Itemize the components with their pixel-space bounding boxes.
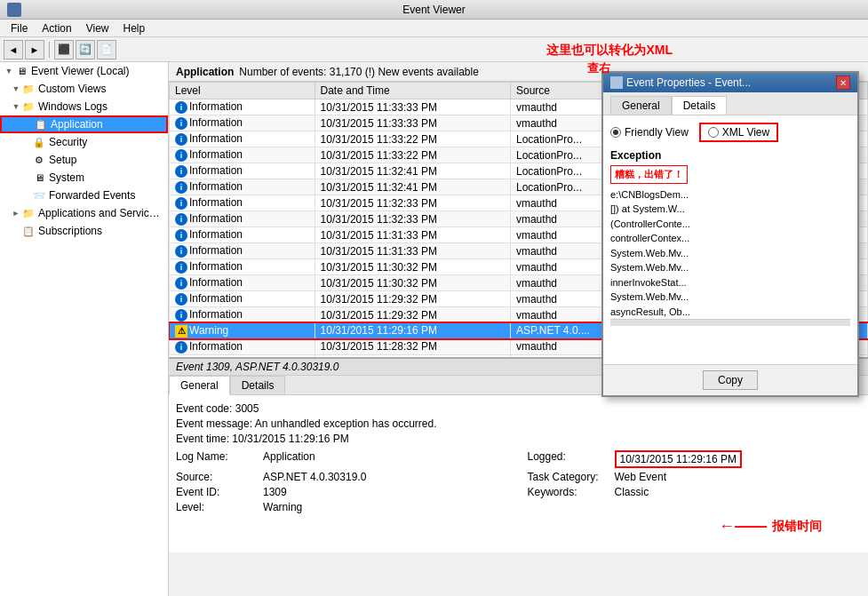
cell-level: iInformation — [170, 115, 315, 131]
exception-line-1: e:\CNBlogsDem... — [610, 187, 850, 203]
level-value: Warning — [263, 501, 302, 513]
menu-help[interactable]: Help — [116, 21, 153, 36]
toolbar-refresh[interactable]: 🔄 — [76, 40, 95, 60]
detail-event-message: Event message: An unhandled exception ha… — [176, 417, 861, 430]
menu-action[interactable]: Action — [35, 21, 78, 36]
tab-details[interactable]: Details — [230, 376, 286, 394]
xml-view-option[interactable]: XML View — [699, 123, 778, 142]
scrollbar[interactable] — [610, 319, 850, 326]
log-name-label: Log Name: — [176, 450, 256, 468]
dialog-icon — [610, 76, 623, 89]
exception-line-4: controllerContex... — [610, 231, 850, 246]
detail-content: Event code: 3005 Event message: An unhan… — [169, 395, 868, 552]
exception-line-3: (ControllerConte... — [610, 217, 850, 232]
expand-icon: ▼ — [4, 66, 14, 76]
exception-content: 糟糕，出错了！ e:\CNBlogsDem... []) at System.W… — [610, 165, 850, 319]
app-name-header: Application — [176, 66, 234, 78]
dialog-close-button[interactable]: ✕ — [836, 75, 850, 90]
cell-datetime: 10/31/2015 11:32:33 PM — [315, 195, 510, 211]
expand-icon: ▼ — [11, 83, 21, 94]
security-icon: 🔒 — [32, 135, 46, 149]
friendly-view-option[interactable]: Friendly View — [610, 126, 689, 139]
application-label: Application — [51, 118, 103, 131]
exception-line-2: []) at System.W... — [610, 202, 850, 217]
detail-grid: Log Name: Application Logged: 10/31/2015… — [176, 450, 861, 513]
sidebar-item-application[interactable]: 📋 Application — [0, 115, 168, 133]
cell-datetime: 10/31/2015 11:30:32 PM — [315, 275, 510, 291]
detail-level: Level: Warning — [176, 501, 510, 513]
friendly-view-radio[interactable] — [610, 127, 621, 138]
sidebar-item-root[interactable]: ▼ 🖥 Event Viewer (Local) — [0, 62, 168, 80]
expand-icon — [21, 155, 32, 165]
window-title: Event Viewer — [402, 4, 465, 16]
exception-error: 糟糕，出错了！ — [610, 165, 688, 184]
sidebar-item-custom-views[interactable]: ▼ 📁 Custom Views — [0, 80, 168, 98]
toolbar-back[interactable]: ◄ — [4, 40, 23, 60]
cell-level: iInformation — [170, 275, 315, 291]
cell-datetime: 10/31/2015 11:29:32 PM — [315, 307, 510, 323]
exception-line-8: System.Web.Mv... — [610, 290, 850, 305]
detail-event-id: Event ID: 1309 — [176, 486, 510, 498]
sidebar: ▼ 🖥 Event Viewer (Local) ▼ 📁 Custom View… — [0, 62, 169, 596]
sidebar-item-system[interactable]: 🖥 System — [0, 169, 168, 187]
expand-icon — [21, 172, 32, 183]
subscriptions-icon: 📋 — [21, 224, 36, 238]
tab-general[interactable]: General — [169, 376, 230, 395]
windows-logs-label: Windows Logs — [38, 100, 108, 113]
xml-view-radio[interactable] — [708, 127, 719, 138]
cell-level: iInformation — [170, 259, 315, 275]
toolbar-separator — [49, 42, 50, 58]
xml-view-label: XML View — [722, 126, 769, 139]
cell-datetime: 10/31/2015 11:32:41 PM — [315, 179, 510, 195]
cell-datetime: 10/31/2015 11:33:33 PM — [315, 99, 510, 115]
exception-line-7: innerInvokeStat... — [610, 275, 850, 290]
sidebar-item-apps-services[interactable]: ► 📁 Applications and Services Lo... — [0, 204, 168, 222]
source-label: Source: — [176, 471, 256, 483]
exception-line-6: System.Web.Mv... — [610, 260, 850, 275]
copy-button[interactable]: Copy — [703, 370, 758, 390]
event-code-text: Event code: 3005 — [176, 402, 259, 415]
forwarded-label: Forwarded Events — [49, 189, 135, 202]
log-name-value: Application — [263, 450, 315, 468]
root-label: Event Viewer (Local) — [31, 65, 130, 77]
cell-datetime: 10/31/2015 11:31:33 PM — [315, 227, 510, 243]
sidebar-item-subscriptions[interactable]: 📋 Subscriptions — [0, 222, 168, 240]
detail-logged: Logged: 10/31/2015 11:29:16 PM — [528, 450, 862, 468]
cell-datetime: 10/31/2015 11:29:16 PM — [315, 323, 510, 339]
detail-keywords: Keywords: Classic — [528, 486, 862, 498]
windows-logs-icon: 📁 — [21, 99, 36, 114]
sidebar-item-windows-logs[interactable]: ▼ 📁 Windows Logs — [0, 98, 168, 115]
toolbar-view[interactable]: 📄 — [97, 40, 116, 60]
sidebar-item-setup[interactable]: ⚙ Setup — [0, 151, 168, 169]
event-properties-dialog: Event Properties - Event... ✕ General De… — [601, 71, 859, 397]
col-datetime[interactable]: Date and Time — [315, 83, 510, 99]
dialog-title-bar: Event Properties - Event... ✕ — [603, 73, 857, 92]
apps-label: Applications and Services Lo... — [38, 207, 164, 219]
detail-event-time: Event time: 10/31/2015 11:29:16 PM — [176, 433, 861, 445]
menu-file[interactable]: File — [4, 21, 35, 36]
system-icon: 🖥 — [32, 171, 46, 185]
cell-datetime: 10/31/2015 11:30:32 PM — [315, 259, 510, 275]
toolbar-forward[interactable]: ► — [25, 40, 44, 60]
cell-level: iInformation — [170, 307, 315, 323]
root-icon: 🖥 — [14, 64, 28, 78]
setup-icon: ⚙ — [32, 153, 46, 167]
menu-view[interactable]: View — [79, 21, 116, 36]
cell-level: iInformation — [170, 131, 315, 147]
dialog-tab-general[interactable]: General — [610, 96, 672, 115]
dialog-tab-details[interactable]: Details — [672, 96, 728, 115]
cell-datetime: 10/31/2015 11:32:33 PM — [315, 211, 510, 227]
apps-icon: 📁 — [21, 206, 36, 220]
sidebar-item-forwarded-events[interactable]: 📨 Forwarded Events — [0, 187, 168, 204]
expand-icon: ► — [11, 208, 21, 219]
col-level[interactable]: Level — [170, 83, 315, 99]
keywords-label: Keywords: — [528, 486, 608, 498]
cell-level: iInformation — [170, 243, 315, 259]
cell-datetime: 10/31/2015 11:33:33 PM — [315, 115, 510, 131]
detail-log-name: Log Name: Application — [176, 450, 510, 468]
system-label: System — [49, 171, 84, 184]
app-icon — [7, 3, 21, 17]
sidebar-item-security[interactable]: 🔒 Security — [0, 133, 168, 151]
toolbar-stop[interactable]: ⬛ — [54, 40, 74, 60]
cell-level: iInformation — [170, 147, 315, 163]
